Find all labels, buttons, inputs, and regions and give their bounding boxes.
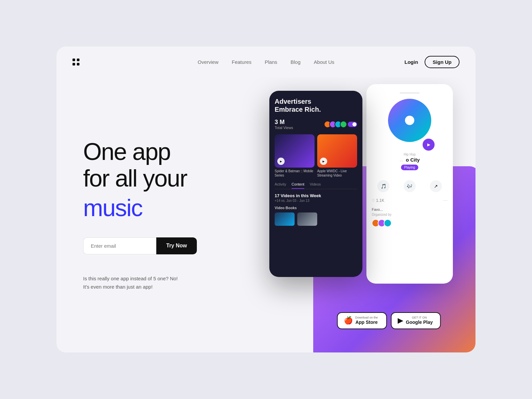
navbar: Overview Features Plans Blog About Us Lo… [57, 47, 475, 77]
google-play-icon: ▶ [398, 316, 403, 325]
main-content: One app for all your music Try Now Is th… [57, 77, 475, 352]
avatar-row [324, 121, 345, 128]
play-button[interactable]: ▶ [320, 158, 327, 165]
signup-button[interactable]: Sign Up [425, 56, 460, 68]
count-value: ♡ 1.1K [372, 198, 384, 203]
video-label-1: Spider & Batman :: Mobile Series [275, 169, 315, 178]
play-button[interactable]: ▶ [277, 158, 285, 165]
total-views-label: Total Views [275, 126, 293, 130]
total-views-value: 3 M [275, 119, 293, 126]
google-play-button[interactable]: ▶ GET IT ON Google Play [391, 312, 441, 329]
playlist-icon[interactable]: 🎶 [404, 180, 416, 192]
apple-store-button[interactable]: 🍎 Download on the App Store [337, 312, 387, 329]
google-play-top: GET IT ON [406, 316, 433, 319]
nav-about[interactable]: About Us [314, 59, 334, 65]
video-books-label: Video Books [275, 206, 357, 210]
phone-advertiser-title: AdvertisersEmbrace Rich. [275, 97, 357, 113]
music-icon[interactable]: 🎵 [377, 180, 389, 192]
nav-plans[interactable]: Plans [265, 59, 277, 65]
tab-content[interactable]: Content [292, 182, 305, 189]
tagline: Is this really one app instead of 5 one?… [83, 274, 256, 291]
tab-videos[interactable]: Videos [310, 182, 321, 189]
week-sub: +14 vs. Jun 03 - Jun 13 [275, 199, 357, 202]
thumb-small [297, 212, 317, 226]
main-card: Overview Features Plans Blog About Us Lo… [57, 47, 475, 352]
apple-store-main: App Store [355, 319, 378, 325]
app-store-buttons: 🍎 Download on the App Store ▶ GET IT ON … [337, 312, 441, 329]
phone-tabs: Activity Content Videos [275, 182, 357, 189]
author-avatars [372, 219, 390, 227]
tagline-line1: Is this really one app instead of 5 one?… [83, 274, 256, 283]
apple-store-top: Download on the [355, 316, 378, 319]
playing-badge: Playing [401, 165, 419, 170]
thumb-small [275, 212, 295, 226]
nav-overview[interactable]: Overview [198, 59, 219, 65]
toggle[interactable] [348, 122, 357, 127]
logo-dot [72, 63, 75, 66]
hero-text: One app for all your music Try Now Is th… [83, 84, 256, 339]
organized-label: Organized by [372, 213, 448, 216]
nav-features[interactable]: Features [232, 59, 251, 65]
login-button[interactable]: Login [405, 59, 418, 65]
music-disc [388, 99, 431, 142]
logo-dot [72, 59, 75, 61]
video-thumb-2: ▶ [317, 134, 357, 168]
phone-showcase: AdvertisersEmbrace Rich. 3 M Total Views [256, 84, 460, 339]
email-input[interactable] [83, 237, 156, 254]
cta-row: Try Now [83, 237, 256, 254]
phone-dark: AdvertisersEmbrace Rich. 3 M Total Views [269, 91, 362, 277]
nav-blog[interactable]: Blog [291, 59, 301, 65]
author-row [370, 219, 449, 227]
logo-dot [77, 63, 79, 66]
phone-stats-row: 3 M Total Views [275, 119, 357, 130]
logo-dot [77, 59, 79, 61]
avatar [384, 219, 392, 227]
headline-text1: One app [83, 138, 170, 165]
headline-text2: for all your [83, 165, 187, 192]
video-grid: ▶ Spider & Batman :: Mobile Series ▶ App… [275, 134, 357, 178]
nav-actions: Login Sign Up [405, 56, 460, 68]
tab-activity[interactable]: Activity [275, 182, 286, 189]
video-thumb-1: ▶ [275, 134, 315, 168]
fav-label: Favo... [372, 207, 448, 211]
thumb-row [275, 212, 357, 226]
song-prefix: ... [400, 157, 403, 162]
song-title: o City [406, 157, 420, 163]
google-play-main: Google Play [406, 319, 433, 325]
headline-music: music [83, 194, 256, 221]
tagline-line2: It's even more than just an app! [83, 283, 256, 291]
count-row: ♡ 1.1K ··· [370, 198, 449, 203]
phone-white: ▶ Hip Hop ... o City Playing 🎵 🎶 ↗ [366, 84, 453, 284]
apple-icon: 🍎 [344, 316, 353, 325]
logo [72, 59, 79, 66]
try-now-button[interactable]: Try Now [156, 237, 197, 254]
more-options[interactable]: ··· [443, 198, 448, 203]
nav-links: Overview Features Plans Blog About Us [198, 59, 334, 65]
control-icons: 🎵 🎶 ↗ [370, 180, 449, 192]
count-number: 1.1K [376, 198, 384, 203]
headline-line1: One app for all your [83, 139, 256, 191]
share-icon[interactable]: ↗ [430, 180, 442, 192]
disc-play-button[interactable]: ▶ [423, 139, 435, 151]
avatar [340, 121, 347, 128]
song-genre: Hip Hop [370, 153, 449, 156]
video-label-2: Apple WWDC - Live Streaming Video [317, 169, 357, 178]
week-title: 17 Videos in this Week [275, 193, 357, 198]
